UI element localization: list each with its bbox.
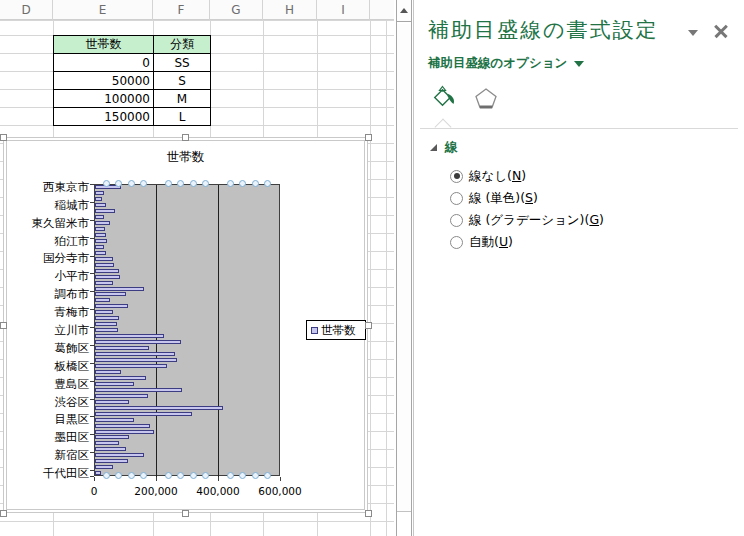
major-gridline[interactable]	[218, 185, 219, 477]
y-axis-label[interactable]: 墨田区	[4, 431, 89, 443]
bar-東村山市[interactable]	[95, 263, 114, 267]
bar-葛飾区[interactable]	[95, 346, 149, 350]
y-axis-label[interactable]: 豊島区	[4, 378, 89, 390]
column-header-F[interactable]: F	[153, 0, 210, 20]
column-header-D[interactable]: D	[0, 0, 53, 20]
chart-object[interactable]: 世帯数 西東京市稲城市東久留米市狛江市国分寺市小平市調布市青梅市立川市葛飾区板橋…	[3, 137, 368, 513]
radio-button-icon[interactable]	[450, 192, 463, 205]
bar-昭島市[interactable]	[95, 298, 110, 302]
minor-gridline-selection-handle[interactable]	[128, 472, 135, 479]
bar-品川区[interactable]	[95, 424, 150, 428]
y-axis-label[interactable]: 小平市	[4, 270, 89, 282]
chart-resize-handle[interactable]	[365, 510, 372, 517]
bar-港区[interactable]	[95, 459, 128, 463]
vertical-scrollbar[interactable]	[396, 0, 412, 536]
lookup-table[interactable]: 世帯数 分類0SS50000S100000M150000L	[53, 35, 211, 126]
minor-gridline-selection-handle[interactable]	[202, 472, 209, 479]
column-header-H[interactable]: H	[263, 0, 317, 20]
y-axis-label[interactable]: 東久留米市	[4, 217, 89, 229]
column-header-E[interactable]: E	[53, 0, 153, 20]
bar-多摩市[interactable]	[95, 209, 115, 213]
y-axis-label[interactable]: 目黒区	[4, 413, 89, 425]
bar-立川市[interactable]	[95, 328, 118, 332]
chart-resize-handle[interactable]	[182, 134, 189, 141]
minor-gridline-selection-handle[interactable]	[227, 180, 234, 187]
bar-練馬区[interactable]	[95, 358, 177, 362]
minor-gridline-selection-handle[interactable]	[140, 472, 147, 479]
x-axis-label[interactable]: 400,000	[188, 485, 248, 497]
bar-文京区[interactable]	[95, 447, 126, 451]
chart-title[interactable]: 世帯数	[4, 149, 367, 166]
bar-府中市[interactable]	[95, 304, 128, 308]
bar-福生市[interactable]	[95, 245, 104, 249]
x-axis-label[interactable]: 200,000	[126, 485, 186, 497]
bar-小平市[interactable]	[95, 275, 120, 279]
pane-menu-dropdown-icon[interactable]	[688, 30, 698, 36]
bar-調布市[interactable]	[95, 292, 126, 296]
bar-北区[interactable]	[95, 376, 146, 380]
section-line-header[interactable]: 線	[430, 139, 458, 156]
bar-稲城市[interactable]	[95, 203, 106, 207]
y-axis-label[interactable]: 国分寺市	[4, 252, 89, 264]
bar-中野区[interactable]	[95, 394, 148, 398]
bar-江戸川区[interactable]	[95, 340, 181, 344]
bar-世田谷区[interactable]	[95, 406, 223, 410]
radio-button-icon[interactable]	[450, 236, 463, 249]
y-axis-label[interactable]: 千代田区	[4, 467, 89, 479]
minor-gridline-selection-handle[interactable]	[103, 472, 110, 479]
column-header-I[interactable]: I	[317, 0, 370, 20]
y-axis-label[interactable]: 稲城市	[4, 199, 89, 211]
chart-legend[interactable]: 世帯数	[306, 320, 366, 340]
bar-青梅市[interactable]	[95, 310, 113, 314]
scrollbar-thumb[interactable]	[397, 24, 411, 512]
minor-gridline-selection-handle[interactable]	[190, 180, 197, 187]
minor-gridline-selection-handle[interactable]	[190, 472, 197, 479]
y-axis-label[interactable]: 調布市	[4, 288, 89, 300]
y-axis-label[interactable]: 板橋区	[4, 360, 89, 372]
minor-gridline-selection-handle[interactable]	[103, 180, 110, 187]
bar-東久留米市[interactable]	[95, 221, 110, 225]
chart-resize-handle[interactable]	[365, 322, 372, 329]
radio-U[interactable]: 自動(U)	[450, 234, 513, 250]
y-axis-label[interactable]: 青梅市	[4, 306, 89, 318]
chart-resize-handle[interactable]	[365, 134, 372, 141]
bar-町田市[interactable]	[95, 287, 144, 291]
minor-gridline-selection-handle[interactable]	[239, 472, 246, 479]
major-gridline[interactable]	[156, 185, 157, 477]
minor-gridline-selection-handle[interactable]	[227, 472, 234, 479]
bar-三鷹市[interactable]	[95, 316, 119, 320]
table-header-households[interactable]: 世帯数	[54, 36, 154, 54]
bar-日野市[interactable]	[95, 269, 119, 273]
minor-gridline-selection-handle[interactable]	[252, 180, 259, 187]
bar-中央区[interactable]	[95, 465, 113, 469]
bar-足立区[interactable]	[95, 352, 175, 356]
minor-gridline-selection-handle[interactable]	[165, 472, 172, 479]
bar-羽村市[interactable]	[95, 197, 102, 201]
radio-button-icon[interactable]	[450, 170, 463, 183]
bar-清瀬市[interactable]	[95, 227, 105, 231]
bar-台東区[interactable]	[95, 441, 119, 445]
minor-gridline-selection-handle[interactable]	[177, 472, 184, 479]
y-axis-label[interactable]: 新宿区	[4, 449, 89, 461]
bar-千代田区[interactable]	[95, 471, 101, 475]
bar-荒川区[interactable]	[95, 370, 121, 374]
radio-G[interactable]: 線 (グラデーション)(G)	[450, 212, 604, 228]
radio-button-icon[interactable]	[450, 214, 463, 227]
y-axis-label[interactable]: 渋谷区	[4, 396, 89, 408]
bar-国分寺市[interactable]	[95, 257, 113, 261]
y-axis-label[interactable]: 立川市	[4, 324, 89, 336]
scroll-up-button[interactable]	[397, 0, 411, 22]
bar-墨田区[interactable]	[95, 435, 129, 439]
bar-渋谷区[interactable]	[95, 400, 129, 404]
bar-目黒区[interactable]	[95, 418, 134, 422]
y-axis-label[interactable]: 葛飾区	[4, 342, 89, 354]
minor-gridline-selection-handle[interactable]	[115, 472, 122, 479]
bar-あきる野市[interactable]	[95, 191, 104, 195]
bar-豊島区[interactable]	[95, 382, 134, 386]
bar-武蔵村山市[interactable]	[95, 215, 104, 219]
x-axis-label[interactable]: 600,000	[250, 485, 310, 497]
tab-effects[interactable]	[473, 86, 499, 110]
table-header-class[interactable]: 分類	[154, 36, 211, 54]
bar-狛江市[interactable]	[95, 239, 107, 243]
column-header-G[interactable]: G	[210, 0, 263, 20]
